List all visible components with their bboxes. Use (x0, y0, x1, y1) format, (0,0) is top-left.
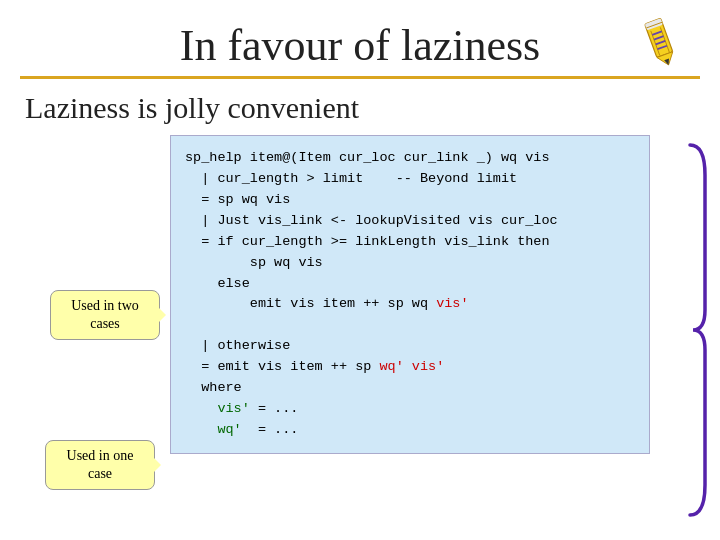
slide-title: In favour of laziness (180, 21, 540, 70)
pencil-icon (635, 15, 690, 70)
bubble-used-in-one-case: Used in one case (45, 440, 155, 490)
code-block: sp_help item@(Item cur_loc cur_link _) w… (170, 135, 650, 454)
main-content: Used in two cases Used in one case sp_he… (40, 135, 700, 454)
title-area: In favour of laziness (20, 10, 700, 79)
right-brace-decoration (685, 135, 715, 525)
code-pre: sp_help item@(Item cur_loc cur_link _) w… (185, 148, 635, 441)
subtitle: Laziness is jolly convenient (25, 91, 700, 125)
slide: In favour of laziness Laziness is jolly … (0, 0, 720, 540)
bubble-used-in-two-cases: Used in two cases (50, 290, 160, 340)
